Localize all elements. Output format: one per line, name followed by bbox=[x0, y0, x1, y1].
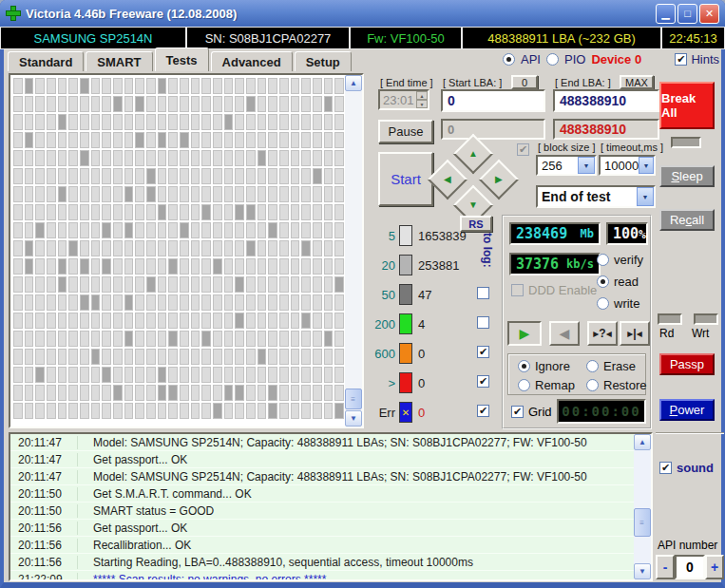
dropdown-arrow-icon[interactable]: ▼ bbox=[639, 157, 654, 174]
scan-block bbox=[13, 78, 23, 94]
ignore-radio[interactable] bbox=[518, 360, 530, 372]
scan-block bbox=[301, 349, 311, 365]
seek-left-button[interactable]: ◀ bbox=[428, 160, 467, 199]
tab-tests[interactable]: Tests bbox=[155, 47, 209, 71]
hints-checkbox[interactable]: ✔ bbox=[675, 53, 687, 66]
max-button[interactable]: MAX bbox=[620, 75, 654, 89]
scan-block bbox=[68, 403, 78, 419]
stat-count-value: 0 bbox=[418, 347, 425, 361]
write-radio[interactable] bbox=[597, 297, 609, 310]
drive-serial: SN: S08BJ1CPA02277 bbox=[187, 28, 351, 48]
scan-block bbox=[235, 385, 244, 401]
scan-block bbox=[158, 240, 167, 256]
scan-block bbox=[301, 313, 311, 329]
scan-block bbox=[180, 186, 189, 202]
scan-block bbox=[146, 258, 156, 275]
scan-block bbox=[313, 114, 322, 130]
dropdown-arrow-icon[interactable]: ▼ bbox=[637, 187, 654, 206]
grid-checkbox[interactable]: ✔ bbox=[511, 406, 524, 418]
seek-up-button[interactable]: ▲ bbox=[453, 134, 493, 174]
log-scrollbar[interactable]: ▲ ≡ ▼ bbox=[634, 434, 651, 579]
maximize-button-icon[interactable]: □ bbox=[677, 4, 697, 24]
end-lba-input[interactable]: 488388910 bbox=[553, 89, 659, 112]
timeout-select[interactable]: 10000 ▼ bbox=[599, 155, 656, 176]
back-button[interactable]: ◀ bbox=[549, 321, 580, 346]
remap-radio[interactable] bbox=[518, 379, 530, 391]
scan-block bbox=[180, 313, 189, 329]
scan-block bbox=[25, 96, 34, 112]
minimize-button-icon[interactable]: ▁ bbox=[656, 4, 676, 24]
tab-standard[interactable]: Standard bbox=[8, 51, 84, 71]
end-time-field[interactable]: 23:01 ▲▼ bbox=[378, 89, 429, 110]
erase-radio[interactable] bbox=[586, 360, 599, 372]
pio-radio[interactable] bbox=[546, 53, 559, 66]
to-log-checkbox[interactable]: ✔ bbox=[477, 375, 489, 388]
start-button[interactable]: Start bbox=[378, 152, 433, 206]
api-plus-button[interactable]: + bbox=[705, 555, 724, 579]
skip-end-button[interactable]: ▸|◂ bbox=[620, 321, 650, 346]
to-log-checkbox[interactable] bbox=[477, 287, 489, 299]
read-radio[interactable] bbox=[597, 275, 609, 288]
to-log-checkbox[interactable]: ✔ bbox=[477, 405, 489, 417]
block-size-select[interactable]: 256 ▼ bbox=[536, 155, 597, 176]
api-radio[interactable] bbox=[503, 53, 515, 66]
passp-button[interactable]: Passp bbox=[659, 353, 715, 375]
spin-down-icon[interactable]: ▼ bbox=[416, 100, 428, 108]
seek-enable-checkbox[interactable]: ✔ bbox=[517, 143, 529, 156]
break-all-button[interactable]: Break All bbox=[659, 82, 715, 129]
seek-right-button[interactable]: ▶ bbox=[479, 160, 519, 199]
restore-radio[interactable] bbox=[586, 379, 599, 391]
sound-checkbox[interactable]: ✔ bbox=[659, 462, 672, 474]
scan-block bbox=[191, 168, 200, 184]
scroll-down-icon[interactable]: ▼ bbox=[345, 410, 362, 427]
ddd-enable-checkbox[interactable] bbox=[511, 284, 524, 296]
close-button-icon[interactable]: ✕ bbox=[699, 4, 719, 24]
tab-advanced[interactable]: Advanced bbox=[211, 51, 293, 71]
start-lba-input[interactable]: 0 bbox=[441, 89, 545, 112]
scan-block bbox=[224, 150, 234, 166]
tab-smart[interactable]: SMART bbox=[86, 51, 152, 71]
verify-radio[interactable] bbox=[597, 254, 609, 266]
pause-button[interactable]: Pause bbox=[378, 120, 433, 143]
log-scroll-down-icon[interactable]: ▼ bbox=[634, 563, 651, 579]
spin-up-icon[interactable]: ▲ bbox=[416, 91, 428, 100]
scan-map-scrollbar[interactable]: ▲ ≡ ▼ bbox=[345, 75, 362, 427]
scan-block bbox=[334, 186, 344, 202]
scan-block bbox=[246, 132, 256, 148]
scan-block bbox=[35, 403, 45, 419]
scan-block bbox=[235, 132, 244, 148]
start-lba-zero-button[interactable]: 0 bbox=[511, 75, 538, 89]
scan-block bbox=[168, 294, 178, 311]
log-panel: 20:11:47Model: SAMSUNG SP2514N; Capacity… bbox=[9, 432, 653, 581]
end-action-select[interactable]: End of test ▼ bbox=[536, 185, 656, 208]
scan-block bbox=[13, 403, 23, 419]
scroll-up-icon[interactable]: ▲ bbox=[345, 75, 362, 91]
scan-block bbox=[68, 186, 78, 202]
scan-block bbox=[291, 78, 300, 94]
tab-setup[interactable]: Setup bbox=[295, 51, 352, 71]
sleep-button[interactable]: Sleep bbox=[659, 165, 715, 187]
log-scroll-up-icon[interactable]: ▲ bbox=[634, 434, 651, 450]
scan-block bbox=[168, 403, 178, 419]
scan-block bbox=[279, 367, 289, 383]
log-entry: 20:11:56Recallibration... OK bbox=[10, 537, 634, 554]
play-button[interactable]: ▶ bbox=[507, 321, 542, 346]
to-log-checkbox[interactable] bbox=[477, 316, 489, 329]
log-scroll-thumb[interactable]: ≡ bbox=[634, 508, 651, 537]
dropdown-arrow-icon[interactable]: ▼ bbox=[578, 157, 595, 174]
end-time-spinner[interactable]: ▲▼ bbox=[416, 91, 428, 108]
scroll-thumb[interactable]: ≡ bbox=[345, 389, 362, 409]
stat-count-value: 1653839 bbox=[418, 229, 467, 243]
stat-count-value: 253881 bbox=[418, 258, 459, 273]
scan-block bbox=[313, 385, 322, 401]
recall-button[interactable]: Recall bbox=[659, 209, 715, 231]
power-button[interactable]: Power bbox=[659, 399, 715, 421]
to-log-checkbox[interactable]: ✔ bbox=[477, 346, 489, 358]
skip-question-button[interactable]: ▸?◂ bbox=[587, 321, 618, 346]
scan-block bbox=[313, 331, 322, 347]
arrow-down-icon: ▼ bbox=[468, 200, 478, 210]
api-minus-button[interactable]: - bbox=[656, 555, 675, 579]
scan-block bbox=[258, 186, 267, 202]
scan-block bbox=[58, 240, 67, 256]
stat-threshold-label: Err bbox=[367, 406, 399, 420]
